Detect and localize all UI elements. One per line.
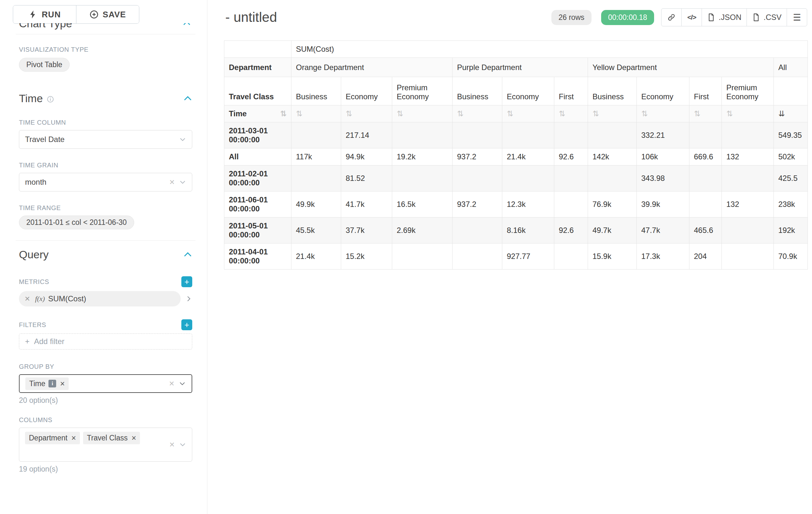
plus-icon: + <box>184 320 189 330</box>
view-query-button[interactable]: </> <box>682 8 702 26</box>
sort-column-cell[interactable]: ⇅ <box>502 105 554 123</box>
save-button[interactable]: SAVE <box>76 5 139 23</box>
sort-icon[interactable]: ⇅ <box>592 109 599 118</box>
pivot-time-label[interactable]: Time⇅ <box>224 105 291 123</box>
pivot-travel-class-header[interactable]: First <box>554 77 588 105</box>
remove-metric-icon[interactable]: × <box>25 294 30 303</box>
sort-icon[interactable]: ⇅ <box>457 109 463 118</box>
chart-title[interactable]: - untitled <box>225 10 277 25</box>
sort-column-cell[interactable]: ⇅ <box>637 105 689 123</box>
sort-column-cell[interactable]: ⇅ <box>392 105 453 123</box>
pivot-cell: 76.9k <box>588 191 637 217</box>
code-icon: </> <box>688 13 696 21</box>
chevron-right-icon[interactable] <box>185 295 192 302</box>
pivot-travel-class-header[interactable] <box>774 77 808 105</box>
pivot-cell <box>453 217 502 244</box>
pivot-travel-class-header[interactable]: Economy <box>502 77 554 105</box>
clear-icon[interactable]: × <box>170 178 175 187</box>
chevron-up-icon[interactable] <box>183 94 192 103</box>
pivot-cell: 94.9k <box>341 148 392 165</box>
control-panel: RUN SAVE Chart Type VISUALIZATION TYPE P… <box>0 0 207 514</box>
pivot-cell: 37.7k <box>341 217 392 244</box>
clear-icon[interactable]: × <box>169 379 174 388</box>
clear-icon[interactable]: × <box>170 440 175 449</box>
sort-column-cell[interactable]: ⇅ <box>554 105 588 123</box>
pivot-cell: 927.77 <box>502 244 554 270</box>
pivot-cell: 502k <box>774 148 808 165</box>
sort-column-cell[interactable]: ⇅ <box>722 105 774 123</box>
chevron-up-icon[interactable] <box>183 23 191 28</box>
row-count-badge: 26 rows <box>551 10 591 25</box>
time-section-header[interactable]: Time <box>19 92 192 105</box>
pivot-travel-class-header[interactable]: Premium Economy <box>722 77 774 105</box>
sort-column-cell[interactable]: ⇅ <box>588 105 637 123</box>
value-tag[interactable]: Timei× <box>25 377 69 390</box>
pivot-row-header: 2011-02-01 00:00:00 <box>224 165 291 191</box>
metric-item[interactable]: × f(x) SUM(Cost) <box>19 291 181 306</box>
remove-tag-icon[interactable]: × <box>132 434 137 442</box>
sort-icon[interactable]: ⇅ <box>641 109 648 118</box>
menu-button[interactable]: ☰ <box>787 8 807 26</box>
pivot-travel-class-header[interactable]: Premium Economy <box>392 77 453 105</box>
pivot-department-label: Department <box>224 58 291 77</box>
sort-icon[interactable]: ⇅ <box>559 109 565 118</box>
time-grain-label: TIME GRAIN <box>19 162 192 169</box>
pivot-travel-class-header[interactable]: Economy <box>637 77 689 105</box>
time-grain-select[interactable]: month × <box>19 173 192 191</box>
sort-icon[interactable]: ⇅ <box>397 109 403 118</box>
value-tag[interactable]: Travel Class× <box>83 432 140 444</box>
pivot-cell: 49.7k <box>588 217 637 244</box>
sort-icon[interactable]: ⇅ <box>346 109 352 118</box>
pivot-cell: 17.3k <box>637 244 689 270</box>
columns-select[interactable]: Department×Travel Class× × <box>19 428 192 462</box>
run-save-button-group: RUN SAVE <box>13 5 139 24</box>
sort-icon[interactable]: ⇅ <box>726 109 733 118</box>
pivot-department-header[interactable]: All <box>774 58 808 77</box>
pivot-cell <box>453 165 502 191</box>
pivot-cell: 425.5 <box>774 165 808 191</box>
sort-column-cell[interactable]: ⇊ <box>774 105 808 123</box>
sort-icon[interactable]: ⇅ <box>694 109 700 118</box>
visualization-type-value[interactable]: Pivot Table <box>19 58 70 72</box>
query-section-header[interactable]: Query <box>19 248 192 261</box>
value-tag[interactable]: Department× <box>25 432 80 444</box>
run-button[interactable]: RUN <box>13 5 76 23</box>
pivot-department-header[interactable]: Purple Department <box>453 58 588 77</box>
export-json-button[interactable]: .JSON <box>702 8 747 26</box>
sort-icon[interactable]: ⇅ <box>280 110 287 117</box>
remove-tag-icon[interactable]: × <box>60 380 65 388</box>
chevron-down-icon <box>179 136 186 143</box>
pivot-cell <box>689 191 722 217</box>
add-filter-button[interactable]: + <box>181 319 192 330</box>
chart-type-section-clipped: Chart Type <box>19 23 192 31</box>
add-metric-button[interactable]: + <box>181 276 192 287</box>
pivot-cell: 217.14 <box>341 123 392 148</box>
sort-icon[interactable]: ⇅ <box>296 109 302 118</box>
sort-icon[interactable]: ⇅ <box>507 109 513 118</box>
pivot-travel-class-header[interactable]: Business <box>291 77 341 105</box>
pivot-travel-class-header[interactable]: Business <box>453 77 502 105</box>
pivot-department-header[interactable]: Yellow Department <box>588 58 774 77</box>
pivot-cell: 132 <box>722 148 774 165</box>
pivot-cell: 465.6 <box>689 217 722 244</box>
pivot-travel-class-header[interactable]: Economy <box>341 77 392 105</box>
pivot-cell: 117k <box>291 148 341 165</box>
export-csv-button[interactable]: .CSV <box>747 8 787 26</box>
pivot-travel-class-header[interactable]: First <box>689 77 722 105</box>
remove-tag-icon[interactable]: × <box>71 434 76 442</box>
sort-column-cell[interactable]: ⇅ <box>689 105 722 123</box>
sort-column-cell[interactable]: ⇅ <box>341 105 392 123</box>
sort-column-cell[interactable]: ⇅ <box>453 105 502 123</box>
add-filter-dropzone[interactable]: + Add filter <box>19 333 192 350</box>
chevron-up-icon[interactable] <box>183 250 192 259</box>
pivot-travel-class-header[interactable]: Business <box>588 77 637 105</box>
time-column-select[interactable]: Travel Date <box>19 130 192 149</box>
copy-link-button[interactable] <box>661 8 682 26</box>
pivot-corner-cell <box>224 41 291 58</box>
sort-desc-icon[interactable]: ⇊ <box>778 109 785 118</box>
time-range-value[interactable]: 2011-01-01 ≤ col < 2011-06-30 <box>19 216 134 229</box>
pivot-department-header[interactable]: Orange Department <box>291 58 453 77</box>
sort-column-cell[interactable]: ⇅ <box>291 105 341 123</box>
query-section-title: Query <box>19 248 49 261</box>
group-by-select[interactable]: Timei× × <box>19 374 192 393</box>
